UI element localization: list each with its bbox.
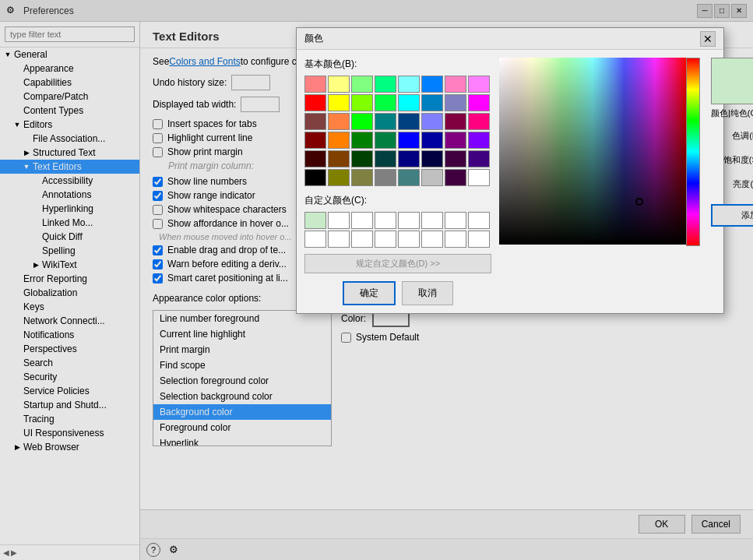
color-cell[interactable] <box>304 169 326 186</box>
define-custom-button[interactable]: 规定自定义颜色(D) >> <box>304 254 491 273</box>
color-cell[interactable] <box>421 76 443 93</box>
color-cell[interactable] <box>445 132 466 149</box>
color-cell[interactable] <box>468 132 490 149</box>
color-cell[interactable] <box>421 113 443 130</box>
color-cell[interactable] <box>398 94 420 111</box>
custom-color-cell[interactable] <box>351 212 373 229</box>
color-cell[interactable] <box>304 94 326 111</box>
color-cell[interactable] <box>328 150 350 167</box>
color-cell[interactable] <box>328 94 350 111</box>
spectrum-area: 颜色|纯色(O) 色调(E): 85 红(R): 199 饱和度(S): 123… <box>499 58 753 246</box>
custom-color-cell[interactable] <box>304 212 326 229</box>
color-cell[interactable] <box>375 94 396 111</box>
color-cell[interactable] <box>328 76 350 93</box>
color-spectrum[interactable] <box>499 58 686 245</box>
color-cell[interactable] <box>421 150 443 167</box>
color-cell[interactable] <box>468 169 490 186</box>
main-window: ⚙ Preferences ─ □ ✕ ▼ General Appearance <box>0 0 753 560</box>
color-cell[interactable] <box>421 94 443 111</box>
color-cell[interactable] <box>375 150 396 167</box>
add-to-custom-button[interactable]: 添加到自定义颜色(A) <box>711 204 753 227</box>
color-cell[interactable] <box>445 94 466 111</box>
color-cell[interactable] <box>375 113 396 130</box>
saturation-label: 饱和度(S): <box>711 154 753 166</box>
color-cell[interactable] <box>445 169 466 186</box>
color-cell[interactable] <box>351 113 373 130</box>
color-cell[interactable] <box>398 132 420 149</box>
basic-color-grid <box>304 76 491 186</box>
color-dialog-close-button[interactable]: ✕ <box>700 31 716 47</box>
color-cell[interactable] <box>468 76 490 93</box>
color-cell[interactable] <box>351 76 373 93</box>
custom-color-cell[interactable] <box>375 212 396 229</box>
color-cell[interactable] <box>304 113 326 130</box>
spectrum-canvas[interactable] <box>499 58 681 245</box>
pure-color-label: 颜色|纯色(O) <box>711 107 753 119</box>
custom-color-cell[interactable] <box>328 212 350 229</box>
color-dialog-title: 颜色 <box>304 32 700 45</box>
color-dialog: 颜色 ✕ 基本颜色(B): 自定义颜色(C): 规定自定义颜色(D) >> 确定… <box>296 27 724 314</box>
color-cell[interactable] <box>351 169 373 186</box>
spectrum-right-section: 颜色|纯色(O) 色调(E): 85 红(R): 199 饱和度(S): 123… <box>499 58 753 305</box>
color-cell[interactable] <box>304 150 326 167</box>
color-cell[interactable] <box>468 113 490 130</box>
hue-label: 色调(E): <box>711 130 753 142</box>
color-cell[interactable] <box>398 76 420 93</box>
color-cell[interactable] <box>375 132 396 149</box>
custom-color-cell[interactable] <box>468 212 490 229</box>
color-cell[interactable] <box>468 150 490 167</box>
color-cell[interactable] <box>375 76 396 93</box>
color-dialog-ok-button[interactable]: 确定 <box>343 281 396 305</box>
color-cell[interactable] <box>468 94 490 111</box>
color-cell[interactable] <box>421 169 443 186</box>
custom-color-cell[interactable] <box>421 212 443 229</box>
hue-row: 色调(E): 85 红(R): 199 <box>711 125 753 146</box>
hue-slider-area <box>686 58 700 246</box>
custom-color-cell[interactable] <box>445 212 466 229</box>
hue-slider[interactable] <box>686 58 700 246</box>
color-cell[interactable] <box>445 113 466 130</box>
custom-color-cell[interactable] <box>398 212 420 229</box>
color-cell[interactable] <box>375 169 396 186</box>
basic-colors-label: 基本颜色(B): <box>304 58 491 71</box>
custom-color-grid <box>304 212 491 248</box>
color-preview-box <box>711 58 753 104</box>
basic-colors-section: 基本颜色(B): 自定义颜色(C): 规定自定义颜色(D) >> 确定 取消 <box>304 58 491 305</box>
color-cell[interactable] <box>445 76 466 93</box>
color-cell[interactable] <box>351 132 373 149</box>
color-cell[interactable] <box>421 132 443 149</box>
custom-color-cell[interactable] <box>468 231 490 248</box>
custom-colors-label: 自定义颜色(C): <box>304 194 491 207</box>
brightness-label: 亮度(L): <box>711 178 753 190</box>
custom-color-cell[interactable] <box>304 231 326 248</box>
custom-color-cell[interactable] <box>421 231 443 248</box>
color-cell[interactable] <box>398 150 420 167</box>
color-cell[interactable] <box>398 169 420 186</box>
saturation-row: 饱和度(S): 123 绿(G): 237 <box>711 150 753 171</box>
color-cell[interactable] <box>351 94 373 111</box>
color-cell[interactable] <box>304 76 326 93</box>
color-dialog-body: 基本颜色(B): 自定义颜色(C): 规定自定义颜色(D) >> 确定 取消 <box>297 50 723 313</box>
custom-color-cell[interactable] <box>375 231 396 248</box>
color-cell[interactable] <box>328 132 350 149</box>
color-cell[interactable] <box>398 113 420 130</box>
custom-color-cell[interactable] <box>351 231 373 248</box>
custom-color-cell[interactable] <box>398 231 420 248</box>
color-cell[interactable] <box>351 150 373 167</box>
color-cell[interactable] <box>445 150 466 167</box>
color-values-section: 颜色|纯色(O) 色调(E): 85 红(R): 199 饱和度(S): 123… <box>711 58 753 246</box>
color-cell[interactable] <box>328 169 350 186</box>
color-dialog-cancel-button[interactable]: 取消 <box>402 281 453 305</box>
brightness-row: 亮度(L): 205 蓝(U): 204 <box>711 174 753 195</box>
color-dialog-title-bar: 颜色 ✕ <box>297 28 723 50</box>
dialog-ok-cancel: 确定 取消 <box>304 281 491 305</box>
custom-color-cell[interactable] <box>445 231 466 248</box>
color-cell[interactable] <box>304 132 326 149</box>
custom-color-cell[interactable] <box>328 231 350 248</box>
color-cell[interactable] <box>328 113 350 130</box>
